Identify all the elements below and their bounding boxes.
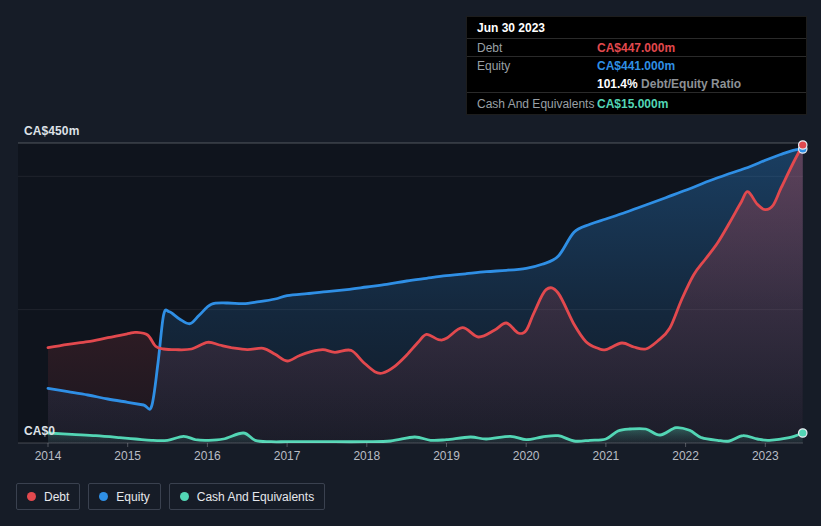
x-axis-label-2023: 2023 (752, 449, 779, 463)
tooltip-debt-label: Debt (467, 41, 597, 55)
tooltip-debt-row: Debt CA$447.000m (467, 39, 806, 57)
tooltip-equity-label: Equity (467, 59, 597, 73)
y-axis-zero-label: CA$0 (24, 424, 55, 438)
hover-tooltip: Jun 30 2023 Debt CA$447.000m Equity CA$4… (466, 16, 807, 115)
y-axis-max-label: CA$450m (24, 124, 79, 138)
legend-debt-label: Debt (44, 490, 69, 504)
end-marker-cash-and-equivalents (799, 429, 807, 437)
x-axis-label-2018: 2018 (353, 449, 380, 463)
x-axis-label-2016: 2016 (194, 449, 221, 463)
x-axis-label-2021: 2021 (593, 449, 620, 463)
tooltip-equity-row: Equity CA$441.000m (467, 57, 806, 75)
tooltip-ratio: 101.4% Debt/Equity Ratio (597, 77, 741, 91)
x-axis-label-2020: 2020 (513, 449, 540, 463)
x-axis-label-2017: 2017 (274, 449, 301, 463)
legend-item-cash[interactable]: Cash And Equivalents (169, 483, 325, 510)
debt-equity-history-chart: 2014201520162017201820192020202120222023… (0, 0, 821, 526)
tooltip-ratio-label: Debt/Equity Ratio (641, 77, 741, 91)
tooltip-cash-row: Cash And Equivalents CA$15.000m (467, 93, 806, 114)
equity-color-dot (99, 492, 108, 501)
tooltip-equity-value: CA$441.000m (597, 59, 675, 73)
tooltip-ratio-value: 101.4% (597, 77, 638, 91)
debt-color-dot (27, 492, 36, 501)
x-axis-label-2015: 2015 (114, 449, 141, 463)
legend-item-debt[interactable]: Debt (16, 483, 80, 510)
x-axis-label-2019: 2019 (433, 449, 460, 463)
legend-equity-label: Equity (116, 490, 149, 504)
x-axis-label-2022: 2022 (672, 449, 699, 463)
tooltip-ratio-row: 101.4% Debt/Equity Ratio (467, 75, 806, 93)
cash-color-dot (180, 492, 189, 501)
tooltip-debt-value: CA$447.000m (597, 41, 675, 55)
tooltip-date: Jun 30 2023 (467, 17, 806, 39)
legend-item-equity[interactable]: Equity (88, 483, 160, 510)
x-axis-label-2014: 2014 (35, 449, 62, 463)
tooltip-cash-label: Cash And Equivalents (467, 97, 597, 111)
tooltip-cash-value: CA$15.000m (597, 97, 668, 111)
end-marker-debt (799, 141, 807, 149)
legend-cash-label: Cash And Equivalents (197, 490, 314, 504)
chart-legend: Debt Equity Cash And Equivalents (16, 483, 325, 510)
